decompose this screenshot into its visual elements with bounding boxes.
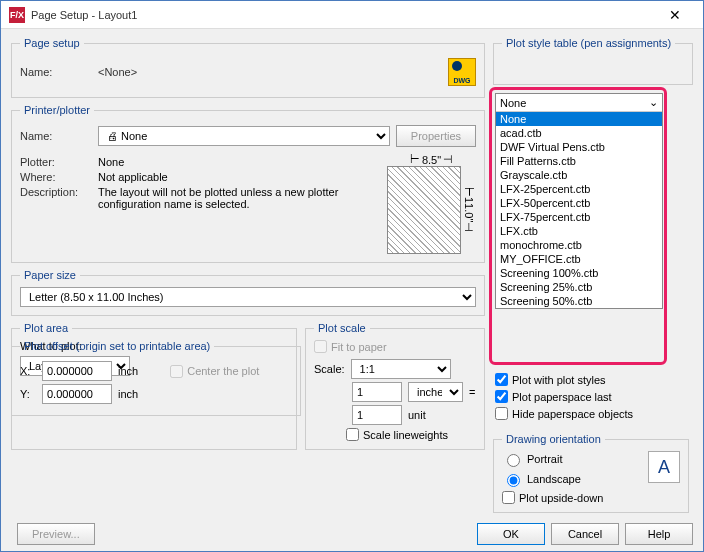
eq: = [469, 386, 475, 398]
paper-size-legend: Paper size [20, 269, 80, 281]
scale-label: Scale: [314, 363, 345, 375]
plot-with-styles-label: Plot with plot styles [512, 374, 606, 386]
plot-style-option[interactable]: LFX-50percent.ctb [496, 196, 662, 210]
paper-size-select[interactable]: Letter (8.50 x 11.00 Inches) [20, 287, 476, 307]
page-setup-name-label: Name: [20, 66, 92, 78]
plot-area-legend: Plot area [20, 322, 72, 334]
close-button[interactable]: ✕ [655, 7, 695, 23]
plot-style-legend: Plot style table (pen assignments) [502, 37, 675, 49]
plot-style-option[interactable]: MY_OFFICE.ctb [496, 252, 662, 266]
plot-paperspace-checkbox[interactable] [495, 390, 508, 403]
paper-h: 11.0" [463, 197, 475, 222]
orientation-icon: A [648, 451, 680, 483]
printer-legend: Printer/plotter [20, 104, 94, 116]
paper-w: 8.5" [422, 154, 441, 166]
hide-paperspace-checkbox[interactable] [495, 407, 508, 420]
upside-down-label: Plot upside-down [519, 492, 603, 504]
plot-with-styles-checkbox[interactable] [495, 373, 508, 386]
fit-to-paper-checkbox [314, 340, 327, 353]
scale-unit2: unit [408, 409, 426, 421]
desc-label: Description: [20, 186, 92, 198]
plot-style-option[interactable]: Screening 50%.ctb [496, 294, 662, 308]
page-setup-group: Page setup Name: <None> DWG [11, 37, 485, 98]
plot-style-option[interactable]: monochrome.ctb [496, 238, 662, 252]
orientation-legend: Drawing orientation [502, 433, 605, 445]
chevron-down-icon[interactable]: ⌄ [649, 96, 658, 109]
scale-lineweights-checkbox[interactable] [346, 428, 359, 441]
window-title: Page Setup - Layout1 [31, 9, 655, 21]
paper-preview [387, 166, 461, 254]
upside-down-checkbox[interactable] [502, 491, 515, 504]
where-value: Not applicable [98, 171, 168, 183]
y-label: Y: [20, 388, 36, 400]
paper-size-group: Paper size Letter (8.50 x 11.00 Inches) [11, 269, 485, 316]
ok-button[interactable]: OK [477, 523, 545, 545]
printer-group: Printer/plotter Name: 🖨 None Properties … [11, 104, 485, 263]
center-label: Center the plot [187, 365, 259, 377]
plot-style-option[interactable]: Screening 100%.ctb [496, 266, 662, 280]
printer-name-select[interactable]: 🖨 None [98, 126, 390, 146]
x-label: X: [20, 365, 36, 377]
fit-label: Fit to paper [331, 341, 387, 353]
y-unit: inch [118, 388, 138, 400]
plot-style-option[interactable]: Fill Patterns.ctb [496, 154, 662, 168]
plot-scale-group: Plot scale Fit to paper Scale:1:1 inches… [305, 322, 485, 450]
hide-paperspace-label: Hide paperspace objects [512, 408, 633, 420]
plot-style-option[interactable]: LFX.ctb [496, 224, 662, 238]
page-setup-name-value: <None> [98, 66, 137, 78]
app-icon: F/X [9, 7, 25, 23]
plot-paperspace-label: Plot paperspace last [512, 391, 612, 403]
dwg-icon: DWG [448, 58, 476, 86]
portrait-label: Portrait [527, 453, 562, 465]
plot-scale-legend: Plot scale [314, 322, 370, 334]
dropdown-selected: None [500, 97, 649, 109]
portrait-radio[interactable] [507, 454, 520, 467]
titlebar: F/X Page Setup - Layout1 ✕ [1, 1, 703, 29]
orientation-group: Drawing orientation Portrait Landscape P… [493, 433, 689, 513]
cancel-button[interactable]: Cancel [551, 523, 619, 545]
x-input[interactable] [42, 361, 112, 381]
plot-style-option[interactable]: Grayscale.ctb [496, 168, 662, 182]
plot-style-dropdown[interactable]: None ⌄ Noneacad.ctbDWF Virtual Pens.ctbF… [495, 93, 663, 309]
plot-style-option[interactable]: DWF Virtual Pens.ctb [496, 140, 662, 154]
preview-button[interactable]: Preview... [17, 523, 95, 545]
page-setup-legend: Page setup [20, 37, 84, 49]
scale-select[interactable]: 1:1 [351, 359, 451, 379]
where-label: Where: [20, 171, 92, 183]
plot-style-option[interactable]: acad.ctb [496, 126, 662, 140]
scale-lw-label: Scale lineweights [363, 429, 448, 441]
landscape-label: Landscape [527, 473, 581, 485]
scale-unit1[interactable]: inches [408, 382, 463, 402]
center-plot-checkbox [170, 365, 183, 378]
landscape-radio[interactable] [507, 474, 520, 487]
plot-style-option[interactable]: Screening 25%.ctb [496, 280, 662, 294]
plot-offset-legend: Plot offset (origin set to printable are… [20, 340, 214, 352]
x-unit: inch [118, 365, 138, 377]
plotter-value: None [98, 156, 124, 168]
plot-style-option[interactable]: LFX-75percent.ctb [496, 210, 662, 224]
plot-style-option[interactable]: None [496, 112, 662, 126]
plot-style-option[interactable]: LFX-25percent.ctb [496, 182, 662, 196]
scale-num2[interactable] [352, 405, 402, 425]
scale-num1[interactable] [352, 382, 402, 402]
y-input[interactable] [42, 384, 112, 404]
properties-button[interactable]: Properties [396, 125, 476, 147]
plotter-label: Plotter: [20, 156, 92, 168]
help-button[interactable]: Help [625, 523, 693, 545]
desc-value: The layout will not be plotted unless a … [98, 186, 379, 210]
printer-name-label: Name: [20, 130, 92, 142]
plot-style-group: Plot style table (pen assignments) [493, 37, 693, 85]
